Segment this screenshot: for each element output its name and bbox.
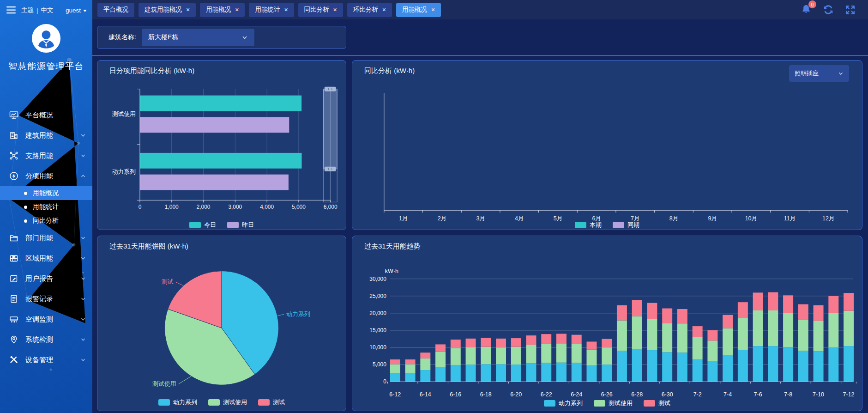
legend-item[interactable]: 测试 xyxy=(258,398,285,407)
legend-label: 测试使用 xyxy=(609,399,633,407)
legend-item[interactable]: 测试 xyxy=(644,399,670,407)
main-area: 平台概况建筑用能概况×用能概况×用能统计×同比分析×环比分析×用能概况× 0 xyxy=(92,0,868,413)
legend-item[interactable]: 动力系列 xyxy=(158,398,197,407)
tab-6[interactable]: 用能概况× xyxy=(396,3,441,17)
legend-item[interactable]: 测试使用 xyxy=(208,398,247,407)
sidebar-item-6[interactable]: 用户报告 xyxy=(0,268,92,289)
tab-close-icon[interactable]: × xyxy=(382,6,386,13)
sidebar-item-7[interactable]: 报警记录 xyxy=(0,289,92,309)
sidebar-item-0[interactable]: 平台概况 xyxy=(0,105,92,125)
panel-title: 同比分析 (kW·h) xyxy=(364,67,415,75)
notifications-button[interactable]: 0 xyxy=(800,4,812,16)
sidebar-subitem-3-2[interactable]: 同比分析 xyxy=(0,214,92,228)
building-select[interactable]: 新大楼E栋 xyxy=(142,29,254,46)
sidebar-item-label: 建筑用能 xyxy=(25,131,53,140)
sidebar-item-1[interactable]: 建筑用能 xyxy=(0,125,92,146)
sidebar-item-2[interactable]: 支路用能 xyxy=(0,146,92,166)
chevron-down-icon xyxy=(80,153,86,158)
tab-0[interactable]: 平台概况 xyxy=(97,3,134,17)
sidebar-item-label: 系统检测 xyxy=(25,335,53,344)
svg-text:2,000: 2,000 xyxy=(197,204,211,210)
tab-2[interactable]: 用能概况× xyxy=(200,3,245,17)
category-energy-icon xyxy=(9,171,18,181)
sidebar-item-label: 部门用能 xyxy=(25,234,53,243)
energy-trend-stacked-bar-chart[interactable]: 05,00010,00015,00020,00025,00030,000kW·h… xyxy=(352,236,862,411)
legend-swatch xyxy=(544,400,555,407)
legend-swatch xyxy=(594,400,605,407)
sidebar-item-4[interactable]: 部门用能 xyxy=(0,228,92,248)
brand-title: 智慧能源管理平台 xyxy=(0,61,92,73)
svg-text:测试使用: 测试使用 xyxy=(112,110,136,117)
sidebar-subitem-label: 用能概况 xyxy=(33,189,59,197)
tab-close-icon[interactable]: × xyxy=(186,6,190,13)
tab-label: 平台概况 xyxy=(103,6,128,14)
tab-close-icon[interactable]: × xyxy=(431,6,435,13)
tab-close-icon[interactable]: × xyxy=(284,6,288,13)
legend-swatch xyxy=(158,399,170,406)
chevron-down-icon xyxy=(80,133,86,138)
fullscreen-button[interactable] xyxy=(844,4,856,16)
user-menu[interactable]: guest xyxy=(66,7,87,14)
region-energy-icon xyxy=(9,254,18,263)
legend-item[interactable]: 同期 xyxy=(613,221,639,229)
legend-label: 测试 xyxy=(658,399,670,407)
tab-5[interactable]: 环比分析× xyxy=(347,3,392,17)
hamburger-menu-icon[interactable] xyxy=(6,6,16,14)
legend-item[interactable]: 今日 xyxy=(189,221,216,229)
sidebar-item-label: 空调监测 xyxy=(25,315,53,324)
bullet-icon xyxy=(24,219,27,223)
refresh-button[interactable] xyxy=(822,4,834,16)
sidebar-item-3[interactable]: 分项用能 xyxy=(0,166,92,186)
legend-label: 测试 xyxy=(273,398,285,407)
legend-item[interactable]: 昨日 xyxy=(227,221,254,229)
svg-text:7-2: 7-2 xyxy=(693,391,702,398)
tab-1[interactable]: 建筑用能概况× xyxy=(139,3,196,17)
energy-pie-chart[interactable]: 动力系列测试使用测试 xyxy=(97,236,346,411)
language-link[interactable]: 中文 xyxy=(41,6,54,14)
svg-text:7-12: 7-12 xyxy=(843,391,855,398)
panel-yoy-analysis: 同比分析 (kW·h) 照明插座 1月2月3月4月5月6月7月8月9月10月11… xyxy=(352,60,862,230)
tab-close-icon[interactable]: × xyxy=(235,6,239,13)
svg-text:6-20: 6-20 xyxy=(510,391,522,398)
chevron-down-icon xyxy=(80,337,86,342)
tab-label: 同比分析 xyxy=(304,6,329,14)
daily-yoy-bar-chart[interactable]: 测试使用动力系列01,0002,0003,0004,0005,0006,000 xyxy=(97,61,346,230)
theme-link[interactable]: 主题 xyxy=(21,6,34,14)
panel-daily-yoy: 日分项用能同比分析 (kW·h) 测试使用动力系列01,0002,0003,00… xyxy=(97,60,346,230)
legend-item[interactable]: 测试使用 xyxy=(594,399,633,407)
svg-text:6,000: 6,000 xyxy=(324,204,338,210)
legend-item[interactable]: 本期 xyxy=(575,221,602,229)
header-divider xyxy=(92,55,868,56)
svg-text:6-24: 6-24 xyxy=(571,391,582,398)
tabbar-actions: 0 xyxy=(800,4,856,16)
building-energy-icon xyxy=(9,131,18,140)
panel-trend-31-days: 过去31天用能趋势 05,00010,00015,00020,00025,000… xyxy=(352,236,862,411)
legend-swatch xyxy=(575,222,586,228)
sidebar-item-5[interactable]: 区域用能 xyxy=(0,248,92,268)
legend-label: 今日 xyxy=(204,221,216,229)
legend-swatch xyxy=(189,222,201,228)
panel-title: 过去31天用能饼图 (kW·h) xyxy=(109,242,188,251)
sidebar-item-10[interactable]: 设备管理 xyxy=(0,350,92,370)
sidebar-item-8[interactable]: 空调监测 xyxy=(0,309,92,329)
sidebar-subitem-3-1[interactable]: 用能统计 xyxy=(0,200,92,214)
building-filter-panel: 建筑名称: 新大楼E栋 xyxy=(97,26,346,49)
datazoom-handle[interactable] xyxy=(325,167,336,171)
tab-3[interactable]: 用能统计× xyxy=(249,3,294,17)
tab-4[interactable]: 同比分析× xyxy=(298,3,343,17)
legend-swatch xyxy=(208,399,220,406)
sidebar-subitem-label: 用能统计 xyxy=(33,203,59,211)
datazoom-handle[interactable] xyxy=(325,87,336,91)
datazoom-slider[interactable] xyxy=(323,87,337,202)
chart-legend: 今日昨日 xyxy=(97,221,346,229)
chevron-up-icon xyxy=(80,173,86,179)
svg-text:1,000: 1,000 xyxy=(165,204,179,210)
legend-item[interactable]: 动力系列 xyxy=(544,399,583,407)
sidebar-header: 主题 | 中文 guest xyxy=(0,0,92,14)
series-select[interactable]: 照明插座 xyxy=(789,65,849,82)
sidebar-subitem-3-0[interactable]: 用能概况 xyxy=(0,186,92,200)
tab-close-icon[interactable]: × xyxy=(333,6,337,13)
yoy-line-chart[interactable]: 1月2月3月4月5月6月7月8月9月10月11月12月 xyxy=(352,61,862,230)
sidebar-item-9[interactable]: 系统检测 xyxy=(0,329,92,350)
svg-text:6-28: 6-28 xyxy=(631,391,643,398)
